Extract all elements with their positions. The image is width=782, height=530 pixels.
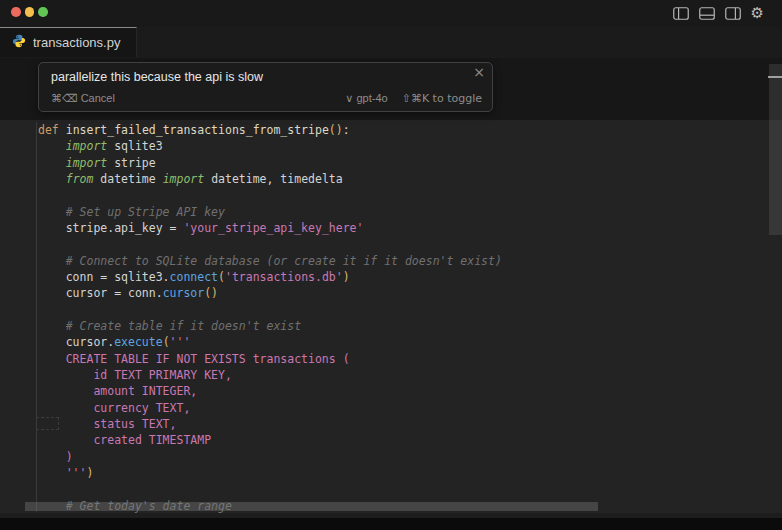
code-line: ''') (38, 465, 502, 481)
selection-marker (36, 417, 59, 430)
prompt-input[interactable]: parallelize this because the api is slow (51, 70, 466, 84)
code-line: import sqlite3 (38, 138, 502, 154)
settings-gear-icon[interactable]: ⚙ (751, 6, 764, 21)
code-line: created TIMESTAMP (38, 432, 502, 448)
vertical-scrollbar[interactable] (768, 58, 782, 513)
code-line: import stripe (38, 155, 502, 171)
close-icon[interactable]: × (473, 65, 485, 79)
cancel-button[interactable]: ⌘⌫ Cancel (51, 92, 115, 105)
code-line: amount INTEGER, (38, 383, 502, 399)
cancel-shortcut: ⌘⌫ (51, 92, 78, 105)
code-line: ) (38, 449, 502, 465)
split-left-icon[interactable] (673, 7, 689, 20)
code-line: # Set up Stripe API key (38, 204, 502, 220)
zoom-window-button[interactable] (38, 7, 48, 17)
cancel-label: Cancel (81, 92, 115, 104)
traffic-lights (11, 7, 48, 17)
split-right-icon[interactable] (725, 7, 741, 20)
code-line: # Create table if it doesn't exist (38, 318, 502, 334)
code-line (38, 481, 502, 497)
model-selector[interactable]: ∨ gpt-4o (345, 92, 387, 105)
horizontal-scrollbar[interactable] (25, 502, 598, 511)
titlebar: ⚙ (0, 0, 782, 27)
code-line: cursor = conn.cursor() (38, 285, 502, 301)
code-line: conn = sqlite3.connect('transactions.db'… (38, 269, 502, 285)
prompt-footer: ⌘⌫ Cancel ∨ gpt-4o ⇧⌘K to toggle (51, 92, 482, 105)
close-window-button[interactable] (11, 7, 21, 17)
toggle-hint: ⇧⌘K to toggle (402, 92, 482, 105)
titlebar-actions: ⚙ (673, 4, 764, 22)
minimize-window-button[interactable] (25, 7, 35, 17)
model-name: gpt-4o (356, 92, 387, 104)
code-line (38, 236, 502, 252)
scrollbar-thumb[interactable] (769, 64, 782, 235)
code-line: stripe.api_key = 'your_stripe_api_key_he… (38, 220, 502, 236)
code-line: currency TEXT, (38, 400, 502, 416)
code-line: cursor.execute(''' (38, 334, 502, 350)
code-line (38, 187, 502, 203)
code-line: status TEXT, (38, 416, 502, 432)
panel-bottom-icon[interactable] (699, 7, 715, 20)
code-line: # Connect to SQLite database (or create … (38, 253, 502, 269)
editor-window: ⚙ transactions.py parallelize this becau… (0, 0, 782, 530)
code-line: id TEXT PRIMARY KEY, (38, 367, 502, 383)
overview-ruler-marker (768, 76, 782, 78)
python-icon (12, 34, 26, 52)
tab-label: transactions.py (33, 35, 120, 50)
code-line (38, 302, 502, 318)
code-editor[interactable]: parallelize this because the api is slow… (0, 58, 782, 513)
window-bottom-edge (0, 513, 782, 518)
inline-ai-prompt: parallelize this because the api is slow… (38, 62, 493, 112)
code-line: def insert_failed_transactions_from_stri… (38, 122, 502, 138)
chevron-down-icon: ∨ (345, 92, 353, 105)
tab-bar: transactions.py (0, 27, 782, 58)
code-line: from datetime import datetime, timedelta (38, 171, 502, 187)
indent-guide (36, 122, 37, 512)
tab-transactions-py[interactable]: transactions.py (0, 27, 137, 57)
code-content: def insert_failed_transactions_from_stri… (38, 122, 502, 513)
code-line: CREATE TABLE IF NOT EXISTS transactions … (38, 351, 502, 367)
